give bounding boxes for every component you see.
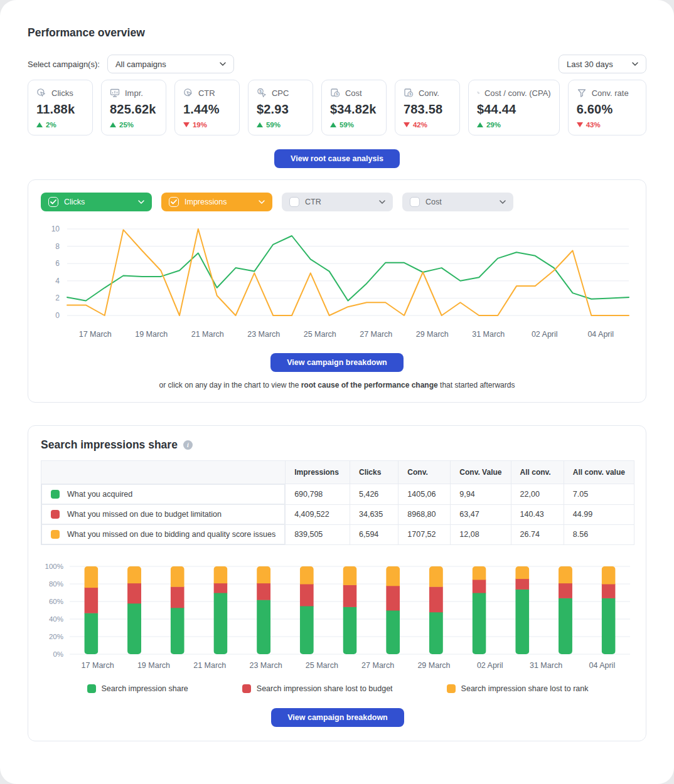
funnel-icon xyxy=(577,88,587,98)
row-label: What you missed on due to budget limitat… xyxy=(67,510,222,519)
svg-text:31 March: 31 March xyxy=(530,661,562,670)
search-impressions-panel: Search impressions share i ImpressionsCl… xyxy=(28,425,646,741)
info-icon[interactable]: i xyxy=(183,440,193,450)
table-cell: 44.99 xyxy=(564,504,634,524)
table-cell: 9,94 xyxy=(451,484,511,505)
ctr-icon xyxy=(183,88,193,98)
view-campaign-breakdown-button-2[interactable]: View campaign breakdown xyxy=(271,708,404,727)
date-range-value: Last 30 days xyxy=(567,60,613,69)
conversions-icon: $ xyxy=(404,88,414,98)
column-header: Conv. Value xyxy=(451,461,511,484)
svg-text:17 March: 17 March xyxy=(82,661,114,670)
table-cell: 8968,80 xyxy=(399,504,451,524)
kpi-card-conv: $Conv.783.5842% xyxy=(395,80,460,135)
table-cell: 5,426 xyxy=(350,484,399,505)
unchecked-checkbox-icon xyxy=(410,197,420,207)
stacked-bar xyxy=(213,566,227,655)
column-header: All conv. value xyxy=(564,461,634,484)
impression-share-bar-chart[interactable]: 0%20%40%60%80%100%17 March19 March21 Mar… xyxy=(41,560,633,672)
arrow-down-icon xyxy=(577,122,583,127)
view-root-cause-button[interactable]: View root cause analysis xyxy=(274,149,400,168)
stacked-bar xyxy=(343,566,357,655)
column-header: Clicks xyxy=(350,461,399,484)
table-cell: 4,409,522 xyxy=(286,504,350,524)
svg-text:29 March: 29 March xyxy=(416,330,449,339)
table-cell: 26.74 xyxy=(511,524,564,545)
legend-label: Search impression share lost to rank xyxy=(461,684,589,693)
campaign-select[interactable]: All campaigns xyxy=(107,55,234,73)
performance-line-chart[interactable]: 108642017 March19 March21 March23 March2… xyxy=(41,221,633,342)
legend-item: Search impression share lost to rank xyxy=(447,684,589,693)
kpi-card-ctr: CTR1.44%19% xyxy=(174,80,240,135)
impression-share-table: ImpressionsClicksConv.Conv. ValueAll con… xyxy=(41,460,634,545)
kpi-label: Cost / conv. (CPA) xyxy=(484,88,551,98)
arrow-down-icon xyxy=(183,122,190,127)
stacked-bar xyxy=(257,566,270,655)
kpi-value: 825.62k xyxy=(110,102,158,117)
trend-chart-panel: ClicksImpressionsCTRCost 108642017 March… xyxy=(28,179,646,403)
section-title: Search impressions share xyxy=(41,438,178,452)
chevron-down-icon xyxy=(259,200,265,204)
column-header: Conv. xyxy=(399,461,451,484)
row-swatch xyxy=(51,490,60,499)
controls-row: Select campaign(s): All campaigns Last 3… xyxy=(28,55,646,73)
svg-text:23 March: 23 March xyxy=(249,661,282,670)
kpi-label: Clicks xyxy=(51,88,73,98)
svg-text:0%: 0% xyxy=(53,650,63,658)
chip-label: Impressions xyxy=(185,198,227,206)
column-header xyxy=(41,461,286,484)
column-header: Impressions xyxy=(286,461,350,484)
row-swatch xyxy=(51,510,60,519)
campaign-select-value: All campaigns xyxy=(115,60,166,69)
kpi-value: 6.60% xyxy=(577,102,638,117)
kpi-card-row: Clicks11.88k2%Impr.825.62k25%CTR1.44%19%… xyxy=(28,80,646,135)
stacked-bar xyxy=(515,566,529,655)
column-header: All conv. xyxy=(511,461,564,484)
chevron-down-icon xyxy=(500,200,506,204)
metric-chip-cost[interactable]: Cost xyxy=(402,193,513,211)
legend-label: Search impression share xyxy=(102,684,188,693)
kpi-card-cpc: $CPC$2.9359% xyxy=(248,80,313,135)
kpi-value: $44.44 xyxy=(477,102,551,117)
stacked-bar xyxy=(473,566,486,655)
chart-helper-text: or click on any day in the chart to view… xyxy=(41,381,633,389)
date-range-select[interactable]: Last 30 days xyxy=(559,55,646,73)
stacked-bar xyxy=(559,566,572,655)
arrow-up-icon xyxy=(330,122,336,127)
svg-text:8: 8 xyxy=(55,242,60,251)
metric-chip-clicks[interactable]: Clicks xyxy=(41,193,152,211)
metric-chip-impressions[interactable]: Impressions xyxy=(161,193,272,211)
chip-label: CTR xyxy=(305,198,321,206)
kpi-delta: 2% xyxy=(36,121,84,129)
legend-swatch xyxy=(87,684,96,693)
kpi-card-impr: Impr.825.62k25% xyxy=(101,80,166,135)
select-campaign-label: Select campaign(s): xyxy=(28,60,100,69)
legend-swatch xyxy=(447,684,456,693)
kpi-value: 783.58 xyxy=(404,102,451,117)
svg-text:6: 6 xyxy=(55,259,60,268)
checked-checkbox-icon xyxy=(169,197,179,207)
kpi-delta: 59% xyxy=(330,121,378,129)
row-swatch xyxy=(51,530,60,539)
svg-text:40%: 40% xyxy=(49,615,63,623)
chevron-down-icon xyxy=(379,200,385,204)
chevron-down-icon xyxy=(632,62,638,66)
cpa-icon: $ xyxy=(477,88,479,98)
stacked-bar xyxy=(127,566,141,655)
svg-text:20%: 20% xyxy=(49,633,63,640)
clicks-icon xyxy=(36,88,46,98)
kpi-label: Cost xyxy=(345,88,362,98)
table-cell: 6,594 xyxy=(350,524,399,545)
table-cell: 22,00 xyxy=(511,484,564,505)
chevron-down-icon xyxy=(138,200,144,204)
view-campaign-breakdown-button[interactable]: View campaign breakdown xyxy=(270,353,404,372)
kpi-card-cost-conv-cpa: $Cost / conv. (CPA)$44.4429% xyxy=(468,80,560,135)
chevron-down-icon xyxy=(220,62,226,66)
kpi-label: Impr. xyxy=(125,88,143,98)
stacked-bar xyxy=(429,566,443,655)
metric-chip-ctr[interactable]: CTR xyxy=(282,193,393,211)
svg-text:$: $ xyxy=(259,89,262,94)
series-impressions xyxy=(67,229,629,315)
arrow-down-icon xyxy=(404,122,410,127)
svg-text:10: 10 xyxy=(51,225,60,233)
